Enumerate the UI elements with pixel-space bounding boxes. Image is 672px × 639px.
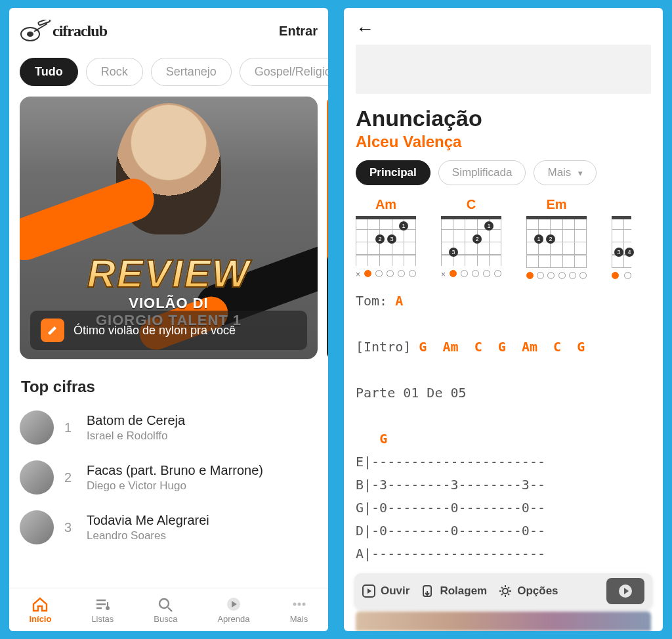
song-title: Batom de Cereja [87, 413, 185, 428]
home-screen: cifraclub Entrar Tudo Rock Sertanejo Gos… [9, 8, 328, 631]
page-title: Anunciação [344, 99, 663, 131]
action-bar: Ouvir Rolagem Opções [354, 573, 652, 609]
next-card-peek [327, 254, 328, 359]
svg-point-13 [503, 588, 508, 594]
chip-gospel[interactable]: Gospel/Religioso [240, 58, 328, 86]
rank: 3 [64, 520, 76, 535]
tab-principal[interactable]: Principal [356, 160, 430, 185]
svg-line-6 [168, 607, 172, 611]
header: ← [344, 8, 663, 45]
nav-more[interactable]: Mais [290, 596, 308, 624]
svg-point-5 [159, 599, 169, 608]
avatar [20, 460, 54, 495]
chip-rock[interactable]: Rock [86, 58, 143, 86]
more-icon [290, 596, 308, 613]
hero-headline: REVIEW [87, 251, 251, 296]
chip-all[interactable]: Tudo [20, 58, 78, 86]
svg-rect-2 [38, 20, 51, 26]
header: cifraclub Entrar [9, 8, 328, 49]
nav-learn[interactable]: Aprenda [217, 596, 249, 624]
back-button[interactable]: ← [356, 18, 374, 39]
lists-icon [93, 596, 112, 613]
song-title: Facas (part. Bruno e Marrone) [87, 463, 263, 478]
list-item[interactable]: 1 Batom de Cereja Israel e Rodolffo [20, 403, 318, 452]
home-icon [31, 596, 49, 613]
song-title: Todavia Me Alegrarei [87, 513, 209, 528]
gear-icon [499, 584, 512, 598]
rank: 1 [64, 420, 76, 435]
chevron-down-icon: ▾ [578, 168, 583, 178]
app-logo[interactable]: cifraclub [20, 20, 107, 42]
avatar [20, 410, 54, 445]
play-circle-icon [618, 584, 633, 598]
song-artist: Leandro Soares [87, 529, 209, 542]
list-item[interactable]: 3 Todavia Me Alegrarei Leandro Soares [20, 502, 318, 552]
svg-point-9 [297, 603, 301, 606]
floating-play-button[interactable] [606, 578, 644, 604]
svg-point-1 [27, 32, 33, 37]
chord-diagram[interactable]: Em 1 2 [526, 197, 587, 279]
chord-diagram[interactable]: Am 2 3 1 × [356, 197, 416, 279]
hero-carousel[interactable]: REVIEW VIOLÃO DI GIORGIO TALENT 1 Ótimo … [9, 97, 328, 359]
hero-card[interactable]: REVIEW VIOLÃO DI GIORGIO TALENT 1 Ótimo … [20, 97, 318, 359]
logo-text: cifraclub [52, 22, 107, 40]
section-title: Top cifras [9, 359, 328, 403]
login-button[interactable]: Entrar [279, 24, 318, 39]
scroll-icon [421, 584, 434, 598]
chip-sertanejo[interactable]: Sertanejo [151, 58, 232, 86]
top-list: 1 Batom de Cereja Israel e Rodolffo 2 Fa… [9, 403, 328, 598]
avatar [20, 510, 54, 544]
song-screen: ← Anunciação Alceu Valença Principal Sim… [344, 8, 663, 631]
listen-button[interactable]: Ouvir [362, 584, 410, 598]
svg-point-8 [293, 603, 296, 606]
nav-lists[interactable]: Listas [91, 596, 114, 624]
search-icon [156, 596, 175, 613]
guitar-small-icon [41, 319, 64, 342]
play-icon [224, 596, 243, 613]
ad-placeholder[interactable] [356, 45, 651, 94]
hero-caption-bar: Ótimo violão de nylon pra você [30, 311, 307, 350]
bottom-nav: Início Listas Busca Aprenda Mais [9, 588, 328, 631]
tab-more[interactable]: Mais ▾ [534, 160, 597, 185]
nav-home[interactable]: Início [29, 596, 51, 624]
genre-chips: Tudo Rock Sertanejo Gospel/Religioso [9, 49, 328, 97]
version-tabs: Principal Simplificada Mais ▾ [344, 160, 663, 197]
chord-diagram-partial[interactable]: 3 4 [612, 197, 631, 279]
nav-search[interactable]: Busca [154, 596, 177, 624]
hero-caption: Ótimo violão de nylon pra você [74, 324, 236, 338]
song-artist: Diego e Victor Hugo [87, 479, 263, 493]
tab-simplified[interactable]: Simplificada [438, 160, 526, 185]
rank: 2 [64, 470, 76, 485]
bottom-banner-peek[interactable] [356, 611, 651, 631]
guitar-icon [20, 20, 51, 42]
play-outline-icon [362, 584, 375, 598]
options-button[interactable]: Opções [499, 584, 558, 598]
chord-diagram[interactable]: C 3 2 1 × [441, 197, 501, 279]
song-artist: Israel e Rodolffo [87, 430, 185, 443]
svg-point-10 [302, 603, 305, 606]
scroll-button[interactable]: Rolagem [421, 584, 487, 598]
artist-link[interactable]: Alceu Valença [344, 131, 663, 160]
list-item[interactable]: 2 Facas (part. Bruno e Marrone) Diego e … [20, 452, 318, 502]
chord-diagrams[interactable]: Am 2 3 1 × C 3 2 1 × Em 1 2 [344, 197, 663, 284]
